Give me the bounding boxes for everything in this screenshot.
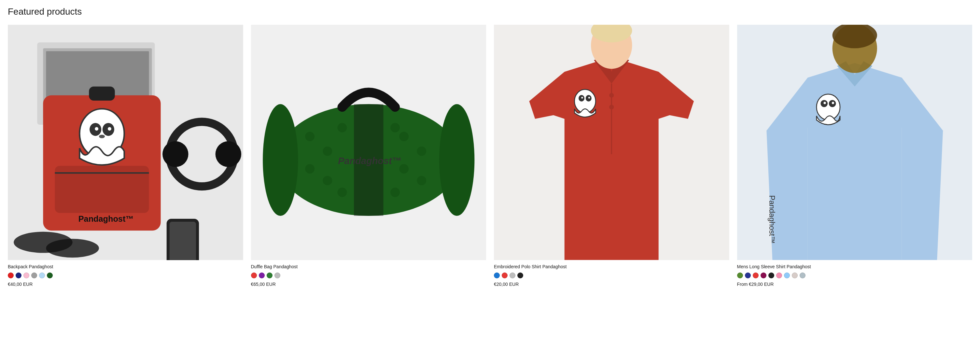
svg-point-30 (323, 176, 332, 185)
product-name-backpack: Backpack Pandaghost (8, 264, 243, 269)
svg-point-43 (609, 105, 614, 109)
svg-point-35 (337, 123, 347, 132)
svg-point-24 (263, 104, 298, 216)
svg-point-31 (399, 132, 409, 141)
color-swatch-blue[interactable] (494, 273, 500, 278)
color-swatch-tan[interactable] (792, 273, 798, 278)
color-swatch-green[interactable] (267, 273, 272, 278)
color-swatches-backpack (8, 273, 243, 278)
svg-point-28 (323, 147, 332, 156)
color-swatch-gray[interactable] (31, 273, 37, 278)
svg-point-25 (439, 104, 474, 216)
color-swatch-light-blue[interactable] (39, 273, 45, 278)
svg-point-37 (337, 188, 347, 197)
svg-text:Pandaghost™: Pandaghost™ (338, 156, 401, 166)
product-image-polo[interactable] (494, 25, 729, 260)
svg-rect-8 (89, 87, 115, 100)
color-swatch-black[interactable] (768, 273, 774, 278)
svg-point-19 (46, 239, 99, 258)
svg-point-16 (99, 135, 105, 139)
product-image-duffle[interactable]: Pandaghost™ (251, 25, 487, 260)
color-swatch-red[interactable] (251, 273, 257, 278)
svg-point-34 (417, 176, 426, 185)
color-swatch-pink[interactable] (776, 273, 782, 278)
svg-point-15 (108, 127, 111, 131)
color-swatch-navy[interactable] (16, 273, 21, 278)
product-card-polo[interactable]: Embroidered Polo Shirt Pandaghost€20,00 … (494, 25, 729, 287)
color-swatches-longsleeve (737, 273, 972, 278)
svg-point-38 (390, 188, 400, 197)
product-price-polo: €20,00 EUR (494, 282, 729, 287)
color-swatch-light-gray[interactable] (509, 273, 515, 278)
svg-point-55 (823, 102, 826, 104)
color-swatch-red[interactable] (502, 273, 508, 278)
svg-text:Pandaghost™: Pandaghost™ (78, 214, 134, 223)
svg-point-5 (162, 141, 188, 167)
product-name-duffle: Duffle Bag Pandaghost (251, 264, 487, 269)
svg-point-6 (216, 141, 241, 167)
product-card-longsleeve[interactable]: Pandaghost™ Mens Long Sleeve Shirt Panda… (737, 25, 972, 287)
color-swatch-olive[interactable] (737, 273, 743, 278)
color-swatch-red[interactable] (8, 273, 14, 278)
color-swatches-duffle (251, 273, 487, 278)
svg-point-14 (95, 127, 98, 131)
color-swatches-polo (494, 273, 729, 278)
product-name-longsleeve: Mens Long Sleeve Shirt Pandaghost (737, 264, 972, 269)
color-swatch-dark-red[interactable] (760, 273, 767, 278)
svg-point-42 (609, 93, 614, 98)
product-price-duffle: €65,00 EUR (251, 282, 487, 287)
svg-text:Pandaghost™: Pandaghost™ (768, 195, 776, 244)
color-swatch-purple[interactable] (259, 273, 265, 278)
products-grid: Pandaghost™ Backpack Pandaghost€40,00 EU… (8, 25, 972, 287)
svg-point-32 (417, 147, 426, 156)
svg-point-27 (305, 132, 315, 141)
color-swatch-light-blue[interactable] (784, 273, 790, 278)
color-swatch-light-gray[interactable] (274, 273, 280, 278)
page-title: Featured products (8, 6, 972, 17)
product-name-polo: Embroidered Polo Shirt Pandaghost (494, 264, 729, 269)
color-swatch-pink[interactable] (24, 273, 29, 278)
color-swatch-red[interactable] (753, 273, 759, 278)
product-price-longsleeve: From €29,00 EUR (737, 282, 972, 287)
color-swatch-navy[interactable] (745, 273, 751, 278)
svg-point-47 (581, 97, 583, 98)
color-swatch-dark-green[interactable] (47, 273, 53, 278)
svg-rect-21 (170, 222, 196, 260)
product-card-backpack[interactable]: Pandaghost™ Backpack Pandaghost€40,00 EU… (8, 25, 243, 287)
color-swatch-black[interactable] (517, 273, 523, 278)
svg-point-36 (390, 123, 400, 132)
product-card-duffle[interactable]: Pandaghost™ Duffle Bag Pandaghost€65,00 … (251, 25, 487, 287)
product-image-longsleeve[interactable]: Pandaghost™ (737, 25, 972, 260)
product-image-backpack[interactable]: Pandaghost™ (8, 25, 243, 260)
color-swatch-silver[interactable] (800, 273, 805, 278)
svg-point-56 (832, 102, 834, 104)
svg-point-29 (305, 164, 315, 174)
svg-point-48 (588, 97, 590, 98)
product-price-backpack: €40,00 EUR (8, 282, 243, 287)
